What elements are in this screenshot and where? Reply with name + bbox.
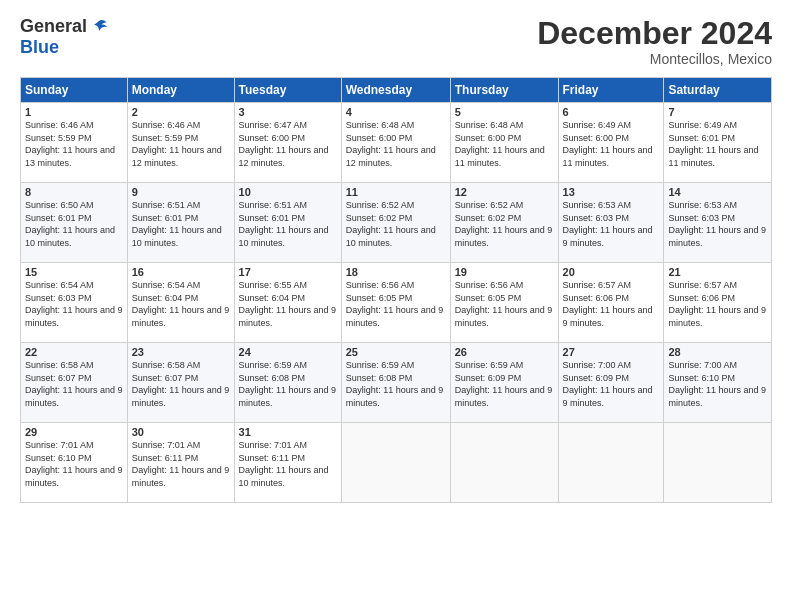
day-info: Sunrise: 6:46 AMSunset: 5:59 PMDaylight:…	[25, 119, 123, 169]
day-number: 29	[25, 426, 123, 438]
calendar-cell: 17Sunrise: 6:55 AMSunset: 6:04 PMDayligh…	[234, 263, 341, 343]
day-info: Sunrise: 7:01 AMSunset: 6:11 PMDaylight:…	[132, 439, 230, 489]
calendar-cell: 5Sunrise: 6:48 AMSunset: 6:00 PMDaylight…	[450, 103, 558, 183]
day-number: 30	[132, 426, 230, 438]
calendar-cell: 29Sunrise: 7:01 AMSunset: 6:10 PMDayligh…	[21, 423, 128, 503]
day-number: 3	[239, 106, 337, 118]
calendar-week-1: 1Sunrise: 6:46 AMSunset: 5:59 PMDaylight…	[21, 103, 772, 183]
day-number: 4	[346, 106, 446, 118]
day-number: 26	[455, 346, 554, 358]
title-block: December 2024 Montecillos, Mexico	[537, 16, 772, 67]
page: General Blue December 2024 Montecillos, …	[0, 0, 792, 612]
calendar-cell	[450, 423, 558, 503]
calendar-cell: 31Sunrise: 7:01 AMSunset: 6:11 PMDayligh…	[234, 423, 341, 503]
calendar-cell: 15Sunrise: 6:54 AMSunset: 6:03 PMDayligh…	[21, 263, 128, 343]
day-number: 16	[132, 266, 230, 278]
calendar-cell: 26Sunrise: 6:59 AMSunset: 6:09 PMDayligh…	[450, 343, 558, 423]
day-number: 24	[239, 346, 337, 358]
day-info: Sunrise: 7:01 AMSunset: 6:11 PMDaylight:…	[239, 439, 337, 489]
day-info: Sunrise: 6:56 AMSunset: 6:05 PMDaylight:…	[346, 279, 446, 329]
day-info: Sunrise: 6:50 AMSunset: 6:01 PMDaylight:…	[25, 199, 123, 249]
calendar-cell	[341, 423, 450, 503]
day-number: 10	[239, 186, 337, 198]
calendar-cell: 1Sunrise: 6:46 AMSunset: 5:59 PMDaylight…	[21, 103, 128, 183]
day-info: Sunrise: 6:54 AMSunset: 6:04 PMDaylight:…	[132, 279, 230, 329]
day-number: 19	[455, 266, 554, 278]
day-info: Sunrise: 6:48 AMSunset: 6:00 PMDaylight:…	[455, 119, 554, 169]
header: General Blue December 2024 Montecillos, …	[20, 16, 772, 67]
day-number: 6	[563, 106, 660, 118]
calendar-week-2: 8Sunrise: 6:50 AMSunset: 6:01 PMDaylight…	[21, 183, 772, 263]
logo-bird-icon	[89, 17, 109, 37]
calendar-week-4: 22Sunrise: 6:58 AMSunset: 6:07 PMDayligh…	[21, 343, 772, 423]
header-friday: Friday	[558, 78, 664, 103]
header-wednesday: Wednesday	[341, 78, 450, 103]
calendar-cell: 27Sunrise: 7:00 AMSunset: 6:09 PMDayligh…	[558, 343, 664, 423]
day-number: 2	[132, 106, 230, 118]
day-number: 8	[25, 186, 123, 198]
calendar-header-row: Sunday Monday Tuesday Wednesday Thursday…	[21, 78, 772, 103]
day-number: 9	[132, 186, 230, 198]
calendar-week-3: 15Sunrise: 6:54 AMSunset: 6:03 PMDayligh…	[21, 263, 772, 343]
header-tuesday: Tuesday	[234, 78, 341, 103]
day-info: Sunrise: 6:47 AMSunset: 6:00 PMDaylight:…	[239, 119, 337, 169]
day-info: Sunrise: 7:00 AMSunset: 6:09 PMDaylight:…	[563, 359, 660, 409]
month-title: December 2024	[537, 16, 772, 51]
day-number: 7	[668, 106, 767, 118]
header-sunday: Sunday	[21, 78, 128, 103]
day-number: 22	[25, 346, 123, 358]
day-info: Sunrise: 6:57 AMSunset: 6:06 PMDaylight:…	[563, 279, 660, 329]
calendar-cell: 16Sunrise: 6:54 AMSunset: 6:04 PMDayligh…	[127, 263, 234, 343]
calendar-cell: 7Sunrise: 6:49 AMSunset: 6:01 PMDaylight…	[664, 103, 772, 183]
day-number: 13	[563, 186, 660, 198]
day-number: 18	[346, 266, 446, 278]
calendar-week-5: 29Sunrise: 7:01 AMSunset: 6:10 PMDayligh…	[21, 423, 772, 503]
calendar-cell: 2Sunrise: 6:46 AMSunset: 5:59 PMDaylight…	[127, 103, 234, 183]
day-info: Sunrise: 6:54 AMSunset: 6:03 PMDaylight:…	[25, 279, 123, 329]
day-number: 17	[239, 266, 337, 278]
day-info: Sunrise: 6:56 AMSunset: 6:05 PMDaylight:…	[455, 279, 554, 329]
calendar-cell	[558, 423, 664, 503]
day-info: Sunrise: 6:51 AMSunset: 6:01 PMDaylight:…	[239, 199, 337, 249]
day-info: Sunrise: 6:51 AMSunset: 6:01 PMDaylight:…	[132, 199, 230, 249]
calendar-cell: 22Sunrise: 6:58 AMSunset: 6:07 PMDayligh…	[21, 343, 128, 423]
day-number: 12	[455, 186, 554, 198]
header-saturday: Saturday	[664, 78, 772, 103]
calendar-cell: 14Sunrise: 6:53 AMSunset: 6:03 PMDayligh…	[664, 183, 772, 263]
calendar-cell: 20Sunrise: 6:57 AMSunset: 6:06 PMDayligh…	[558, 263, 664, 343]
calendar-cell: 13Sunrise: 6:53 AMSunset: 6:03 PMDayligh…	[558, 183, 664, 263]
day-number: 5	[455, 106, 554, 118]
header-monday: Monday	[127, 78, 234, 103]
day-info: Sunrise: 6:49 AMSunset: 6:01 PMDaylight:…	[668, 119, 767, 169]
day-info: Sunrise: 6:46 AMSunset: 5:59 PMDaylight:…	[132, 119, 230, 169]
header-thursday: Thursday	[450, 78, 558, 103]
day-info: Sunrise: 6:53 AMSunset: 6:03 PMDaylight:…	[668, 199, 767, 249]
day-info: Sunrise: 6:52 AMSunset: 6:02 PMDaylight:…	[455, 199, 554, 249]
calendar-cell: 3Sunrise: 6:47 AMSunset: 6:00 PMDaylight…	[234, 103, 341, 183]
day-number: 21	[668, 266, 767, 278]
calendar-cell: 12Sunrise: 6:52 AMSunset: 6:02 PMDayligh…	[450, 183, 558, 263]
calendar-cell: 6Sunrise: 6:49 AMSunset: 6:00 PMDaylight…	[558, 103, 664, 183]
day-number: 11	[346, 186, 446, 198]
calendar-cell: 25Sunrise: 6:59 AMSunset: 6:08 PMDayligh…	[341, 343, 450, 423]
day-number: 15	[25, 266, 123, 278]
day-info: Sunrise: 6:58 AMSunset: 6:07 PMDaylight:…	[132, 359, 230, 409]
day-info: Sunrise: 6:58 AMSunset: 6:07 PMDaylight:…	[25, 359, 123, 409]
calendar-cell: 4Sunrise: 6:48 AMSunset: 6:00 PMDaylight…	[341, 103, 450, 183]
calendar-cell: 23Sunrise: 6:58 AMSunset: 6:07 PMDayligh…	[127, 343, 234, 423]
day-info: Sunrise: 6:59 AMSunset: 6:08 PMDaylight:…	[239, 359, 337, 409]
day-number: 23	[132, 346, 230, 358]
day-number: 28	[668, 346, 767, 358]
day-info: Sunrise: 6:52 AMSunset: 6:02 PMDaylight:…	[346, 199, 446, 249]
calendar-cell: 28Sunrise: 7:00 AMSunset: 6:10 PMDayligh…	[664, 343, 772, 423]
calendar-cell	[664, 423, 772, 503]
day-info: Sunrise: 6:48 AMSunset: 6:00 PMDaylight:…	[346, 119, 446, 169]
calendar-cell: 24Sunrise: 6:59 AMSunset: 6:08 PMDayligh…	[234, 343, 341, 423]
day-info: Sunrise: 6:53 AMSunset: 6:03 PMDaylight:…	[563, 199, 660, 249]
day-info: Sunrise: 6:49 AMSunset: 6:00 PMDaylight:…	[563, 119, 660, 169]
day-number: 31	[239, 426, 337, 438]
day-info: Sunrise: 6:59 AMSunset: 6:08 PMDaylight:…	[346, 359, 446, 409]
calendar-cell: 11Sunrise: 6:52 AMSunset: 6:02 PMDayligh…	[341, 183, 450, 263]
calendar-table: Sunday Monday Tuesday Wednesday Thursday…	[20, 77, 772, 503]
calendar-cell: 9Sunrise: 6:51 AMSunset: 6:01 PMDaylight…	[127, 183, 234, 263]
